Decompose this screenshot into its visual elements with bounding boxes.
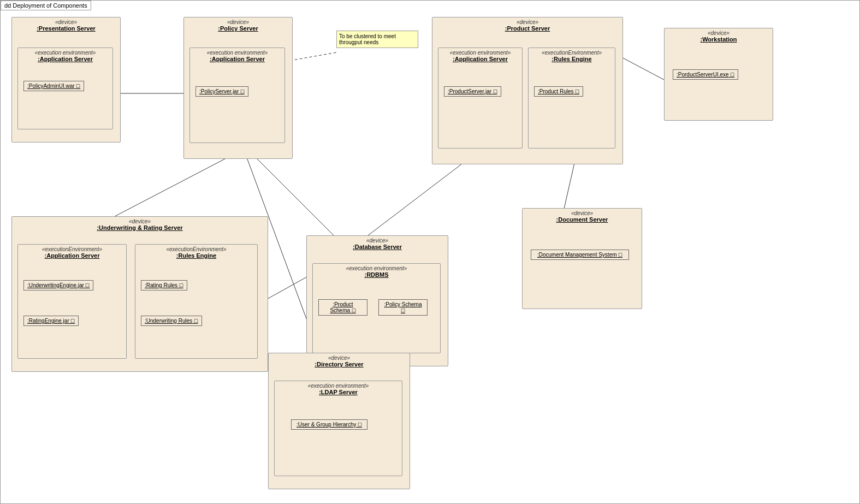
product-server-stereotype: «device» (432, 17, 622, 25)
uw-title: :Underwriting & Rating Server (12, 224, 268, 233)
db-exec-title: :RDBMS (313, 271, 440, 280)
product-app-title: :Application Server (438, 56, 522, 64)
uw-app-title: :Application Server (18, 252, 126, 261)
uw-rules-stereotype: «executionEnvironment» (135, 245, 257, 252)
policy-server-title: :Policy Server (184, 25, 292, 34)
policy-schema-artifact: :Policy Schema (378, 299, 428, 316)
db-exec-stereotype: «execution environment» (313, 264, 440, 271)
rating-engine-artifact: :RatingEngine.jar (23, 316, 79, 326)
policy-server-jar-artifact: :PolicyServer.jar (195, 86, 248, 97)
db-title: :Database Server (307, 244, 448, 252)
product-server-node: «device» :Product Server «execution envi… (432, 17, 623, 164)
workstation-node: «device» :Workstation :PorductServerUI.e… (664, 28, 773, 121)
dir-title: :Directory Server (269, 361, 410, 370)
uw-rules-title: :Rules Engine (135, 252, 257, 261)
svg-line-1 (290, 52, 336, 61)
doc-stereotype: «device» (523, 209, 642, 216)
presentation-server-title: :Presentation Server (12, 25, 120, 34)
note-text: To be clustered to meet througput needs (339, 33, 396, 45)
presentation-app-server: «execution environment» :Application Ser… (17, 48, 113, 129)
policy-server-node: «device» :Policy Server «execution envir… (183, 17, 293, 159)
database-server-node: «device» :Database Server «execution env… (306, 235, 448, 366)
user-group-artifact: :User & Group Hierarchy (291, 419, 367, 430)
document-server-node: «device» :Document Server :Document Mana… (522, 208, 642, 309)
product-rules-engine: «executionEnvironment» :Rules Engine :Pr… (528, 48, 615, 149)
rating-rules-artifact: :Rating Rules (141, 280, 187, 290)
policy-exec-stereotype: «execution environment» (190, 48, 284, 56)
db-rdbms: «execution environment» :RDBMS :Product … (312, 263, 441, 353)
underwriting-rating-server-node: «device» :Underwriting & Rating Server «… (11, 216, 268, 372)
svg-line-5 (361, 153, 476, 241)
svg-line-2 (110, 153, 235, 219)
workstation-stereotype: «device» (665, 28, 773, 36)
pres-exec-stereotype: «execution environment» (18, 48, 112, 56)
pres-exec-title: :Application Server (18, 56, 112, 64)
dir-exec-title: :LDAP Server (275, 389, 402, 398)
product-rules-artifact: :Product Rules (534, 86, 583, 97)
uw-engine-artifact: :UnderwritingEngine.jar (23, 280, 93, 290)
uw-stereotype: «device» (12, 217, 268, 224)
product-server-jar-artifact: :ProductServer.jar (444, 86, 501, 97)
directory-server-node: «device» :Directory Server «execution en… (268, 353, 410, 489)
product-app-stereotype: «execution environment» (438, 48, 522, 56)
dir-ldap: «execution environment» :LDAP Server :Us… (274, 381, 402, 476)
policy-server-stereotype: «device» (184, 17, 292, 25)
product-rules-title: :Rules Engine (529, 56, 615, 64)
doc-mgmt-artifact: :Document Management System (531, 250, 629, 260)
uw-app-stereotype: «executionEnvironment» (18, 245, 126, 252)
dir-stereotype: «device» (269, 353, 410, 361)
presentation-server-node: «device» :Presentation Server «execution… (11, 17, 121, 143)
note-box: To be clustered to meet througput needs (336, 31, 418, 48)
svg-line-7 (618, 55, 664, 80)
product-rules-stereotype: «executionEnvironment» (529, 48, 615, 56)
uw-rules-engine: «executionEnvironment» :Rules Engine :Ra… (135, 244, 258, 359)
diagram-title: dd Deployment of Components (1, 1, 91, 10)
presentation-server-stereotype: «device» (12, 17, 120, 25)
db-stereotype: «device» (307, 236, 448, 244)
product-schema-artifact: :Product Schema (318, 299, 367, 316)
underwriting-rules-artifact: :Underwriting Rules (141, 316, 202, 326)
uw-app-server: «executionEnvironment» :Application Serv… (17, 244, 127, 359)
policy-app-server: «execution environment» :Application Ser… (189, 48, 285, 143)
product-server-title: :Product Server (432, 25, 622, 34)
policy-exec-title: :Application Server (190, 56, 284, 64)
diagram-container: dd Deployment of Components «device» :Pr… (0, 0, 860, 504)
dir-exec-stereotype: «execution environment» (275, 381, 402, 389)
workstation-artifact: :PorductServerUI.exe (673, 69, 738, 80)
doc-title: :Document Server (523, 216, 642, 225)
product-app-server: «execution environment» :Application Ser… (438, 48, 523, 149)
workstation-title: :Workstation (665, 36, 773, 45)
policy-admin-ui-artifact: :PolicyAdminUI.war (23, 81, 84, 91)
